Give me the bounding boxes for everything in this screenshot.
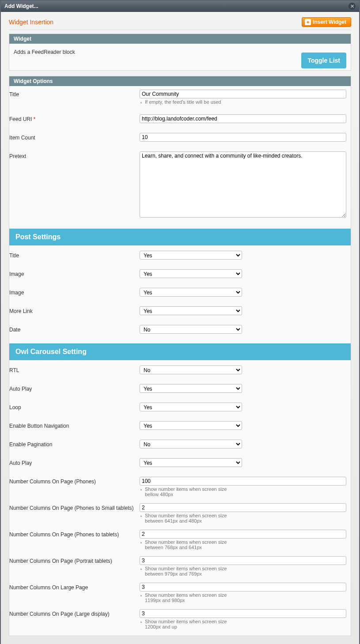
select-post-image-2[interactable]: Yes [140, 288, 242, 297]
widget-panel-body: Adds a FeedReader block Toggle List [9, 44, 351, 70]
window-title: Add Widget... [4, 3, 38, 9]
row-cols-p2t: Number Columns On Page (Phones to tablet… [9, 530, 351, 550]
label-autoplay-2: Auto Play [9, 458, 140, 466]
label-date: Date [9, 325, 140, 333]
select-date[interactable]: No [140, 325, 242, 334]
label-post-image-2: Image [9, 288, 140, 296]
widget-panel: Widget Adds a FeedReader block Toggle Li… [9, 34, 351, 71]
select-nav[interactable]: Yes [140, 421, 242, 430]
label-cols-p2t: Number Columns On Page (Phones to tablet… [9, 530, 140, 538]
row-nav: Enable Button Navigation Yes [9, 421, 351, 430]
textarea-pretext[interactable]: Learn, share, and connect with a communi… [140, 151, 346, 218]
label-cols-portrait: Number Columns On Page (Portrait tablets… [9, 556, 140, 564]
hint-cols-phones: Show number items when screen size bello… [140, 486, 237, 497]
row-title: Title If empty, the feed's title will be… [9, 90, 351, 105]
add-widget-dialog: Add Widget... ✕ Widget Insertion ✦ Inser… [0, 0, 360, 644]
label-rtl: RTL [9, 365, 140, 373]
input-cols-p2st[interactable] [140, 503, 346, 512]
label-more-link: More Link [9, 306, 140, 314]
label-post-title: Title [9, 251, 140, 259]
row-pagination: Enable Pagination No [9, 440, 351, 448]
row-autoplay: Auto Play Yes [9, 384, 351, 393]
content-area: Widget Insertion ✦ Insert Widget Widget … [1, 12, 359, 644]
label-cols-phones: Number Columns On Page (Phones) [9, 477, 140, 485]
row-loop: Loop Yes [9, 403, 351, 411]
hint-title: If empty, the feed's title will be used [140, 99, 346, 105]
select-loop[interactable]: Yes [140, 403, 242, 411]
insert-widget-button[interactable]: ✦ Insert Widget [302, 17, 351, 27]
insert-icon: ✦ [305, 19, 311, 25]
input-cols-large[interactable] [140, 583, 346, 591]
widget-panel-head: Widget [9, 34, 351, 44]
select-more-link[interactable]: Yes [140, 306, 242, 315]
label-cols-p2st: Number Columns On Page (Phones to Small … [9, 503, 140, 511]
select-post-title[interactable]: Yes [140, 251, 242, 260]
dialog-title: Widget Insertion [9, 19, 53, 26]
hint-cols-p2t: Show number items when screen size betwe… [140, 539, 237, 550]
label-post-image: Image [9, 269, 140, 277]
label-cols-large: Number Columns On Large Page [9, 583, 140, 591]
input-title[interactable] [140, 90, 346, 98]
widget-options-panel: Widget Options Title If empty, the feed'… [9, 76, 351, 636]
row-post-image-2: Image Yes [9, 288, 351, 297]
section-post-settings: Post Settings [9, 229, 351, 245]
input-feed-uri[interactable] [140, 114, 346, 123]
row-cols-large: Number Columns On Large Page Show number… [9, 583, 351, 603]
label-loop: Loop [9, 403, 140, 411]
close-icon[interactable]: ✕ [349, 3, 356, 10]
hint-cols-large-display: Show number items when screen size 1200p… [140, 619, 237, 629]
hint-cols-portrait: Show number items when screen size betwe… [140, 566, 237, 576]
row-cols-p2st: Number Columns On Page (Phones to Small … [9, 503, 351, 523]
label-cols-large-display: Number Columns On Page (Large display) [9, 609, 140, 617]
widget-description: Adds a FeedReader block [14, 49, 346, 55]
row-feed-uri: Feed URI * [9, 114, 351, 123]
select-autoplay-2[interactable]: Yes [140, 458, 242, 467]
hint-cols-p2st: Show number items when screen size betwe… [140, 513, 237, 523]
hint-cols-large: Show number items when screen size 1199p… [140, 592, 237, 603]
row-cols-portrait: Number Columns On Page (Portrait tablets… [9, 556, 351, 576]
label-feed-uri: Feed URI * [9, 114, 140, 122]
row-post-title: Title Yes [9, 251, 351, 260]
label-item-count: Item Count [9, 133, 140, 141]
label-nav: Enable Button Navigation [9, 421, 140, 429]
label-title: Title [9, 90, 140, 98]
input-cols-phones[interactable] [140, 477, 346, 486]
titlebar: Add Widget... ✕ [1, 1, 359, 12]
insert-widget-label: Insert Widget [313, 19, 346, 25]
row-more-link: More Link Yes [9, 306, 351, 315]
section-owl-carousel: Owl Carousel Setting [9, 343, 351, 360]
select-post-image[interactable]: Yes [140, 269, 242, 278]
row-pretext: Pretext Learn, share, and connect with a… [9, 151, 351, 219]
label-pagination: Enable Pagination [9, 440, 140, 448]
row-post-image: Image Yes [9, 269, 351, 278]
row-cols-phones: Number Columns On Page (Phones) Show num… [9, 477, 351, 497]
row-cols-large-display: Number Columns On Page (Large display) S… [9, 609, 351, 629]
widget-options-body: Title If empty, the feed's title will be… [9, 86, 351, 629]
input-cols-large-display[interactable] [140, 609, 346, 618]
row-rtl: RTL No [9, 365, 351, 374]
label-autoplay: Auto Play [9, 384, 140, 392]
row-autoplay-2: Auto Play Yes [9, 458, 351, 467]
input-item-count[interactable] [140, 133, 346, 142]
select-pagination[interactable]: No [140, 440, 242, 448]
toggle-list-button[interactable]: Toggle List [301, 53, 346, 68]
input-cols-p2t[interactable] [140, 530, 346, 539]
input-cols-portrait[interactable] [140, 556, 346, 565]
select-autoplay[interactable]: Yes [140, 384, 242, 393]
row-date: Date No [9, 325, 351, 334]
label-pretext: Pretext [9, 151, 140, 159]
row-item-count: Item Count [9, 133, 351, 142]
select-rtl[interactable]: No [140, 365, 242, 374]
widget-options-head: Widget Options [9, 76, 351, 86]
header-row: Widget Insertion ✦ Insert Widget [9, 17, 351, 30]
